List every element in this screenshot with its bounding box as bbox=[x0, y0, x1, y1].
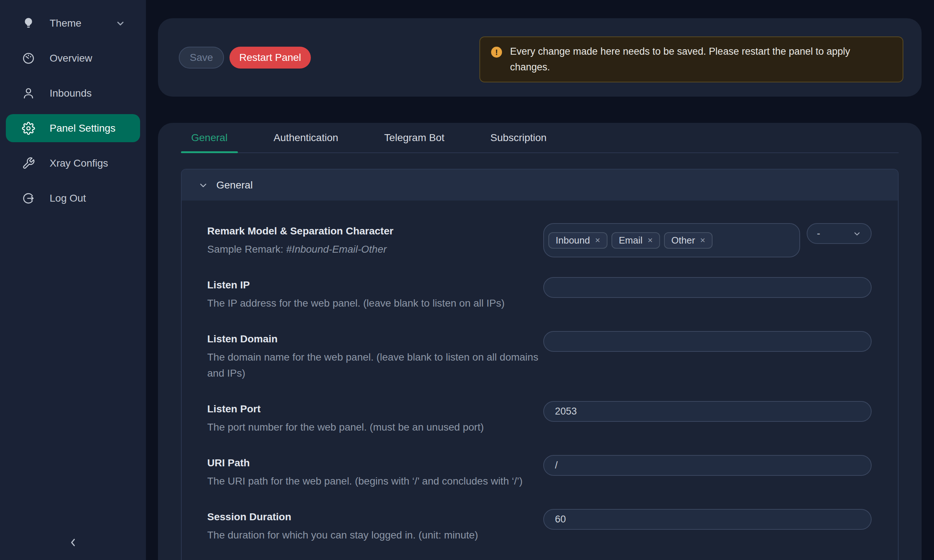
sidebar: Theme Overview bbox=[0, 0, 146, 560]
settings-tabs: General Authentication Telegram Bot Subs… bbox=[181, 123, 899, 153]
tag-remove-icon[interactable]: × bbox=[595, 236, 600, 245]
field-description: The duration for which you can stay logg… bbox=[207, 527, 478, 543]
tab-authentication[interactable]: Authentication bbox=[264, 123, 348, 152]
form-row-listen-domain: Listen Domain The domain name for the we… bbox=[207, 331, 872, 382]
field-label: Session Duration bbox=[207, 510, 478, 524]
tab-general[interactable]: General bbox=[181, 123, 238, 152]
wrench-icon bbox=[22, 157, 35, 170]
toolbar-card: Save Restart Panel ! Every change made h… bbox=[158, 18, 922, 97]
field-label: Listen IP bbox=[207, 278, 505, 292]
warning-icon: ! bbox=[491, 47, 502, 58]
general-collapse-header[interactable]: General bbox=[182, 169, 898, 200]
listen-ip-input[interactable] bbox=[543, 277, 872, 298]
tag-remove-icon[interactable]: × bbox=[647, 236, 653, 245]
remark-model-tags-input[interactable]: Inbound × Email × Other × bbox=[543, 223, 800, 257]
sample-remark-value: #Inbound-Email-Other bbox=[286, 243, 386, 255]
session-duration-input[interactable] bbox=[543, 509, 872, 530]
field-description: Sample Remark: #Inbound-Email-Other bbox=[207, 242, 393, 257]
listen-domain-input[interactable] bbox=[543, 331, 872, 352]
tab-subscription[interactable]: Subscription bbox=[480, 123, 557, 152]
uri-path-input[interactable] bbox=[543, 455, 872, 476]
sidebar-item-label: Inbounds bbox=[49, 88, 92, 99]
sidebar-item-log-out[interactable]: Log Out bbox=[6, 184, 140, 212]
sidebar-item-label: Overview bbox=[49, 52, 92, 64]
listen-port-input[interactable] bbox=[543, 401, 872, 422]
sidebar-item-label: Xray Configs bbox=[49, 157, 108, 169]
general-collapse-panel: General Remark Model & Separation Charac… bbox=[181, 169, 899, 560]
chevron-down-icon bbox=[115, 18, 125, 28]
sidebar-menu: Theme Overview bbox=[0, 0, 146, 212]
lightbulb-icon bbox=[22, 17, 35, 30]
sidebar-item-inbounds[interactable]: Inbounds bbox=[6, 79, 140, 107]
field-description: The domain name for the web panel. (leav… bbox=[207, 349, 543, 382]
field-label: URI Path bbox=[207, 456, 522, 470]
save-button[interactable]: Save bbox=[179, 47, 224, 69]
sidebar-item-panel-settings[interactable]: Panel Settings bbox=[6, 114, 140, 142]
form-row-listen-ip: Listen IP The IP address for the web pan… bbox=[207, 277, 872, 311]
user-icon bbox=[22, 87, 35, 100]
field-description: The port number for the web panel. (must… bbox=[207, 419, 484, 435]
tag-other: Other × bbox=[664, 232, 712, 249]
gear-icon bbox=[22, 122, 35, 135]
tag-email: Email × bbox=[612, 232, 660, 249]
field-description: The URI path for the web panel. (begins … bbox=[207, 473, 522, 489]
separator-select-value: - bbox=[817, 228, 820, 239]
general-form: Remark Model & Separation Character Samp… bbox=[182, 200, 898, 560]
tag-inbound: Inbound × bbox=[549, 232, 607, 249]
field-label: Remark Model & Separation Character bbox=[207, 224, 393, 238]
restart-panel-button[interactable]: Restart Panel bbox=[230, 47, 311, 69]
chevron-down-icon bbox=[198, 180, 208, 190]
form-row-session-duration: Session Duration The duration for which … bbox=[207, 509, 872, 543]
sidebar-item-xray-configs[interactable]: Xray Configs bbox=[6, 149, 140, 177]
dashboard-icon bbox=[22, 52, 35, 65]
warning-alert: ! Every change made here needs to be sav… bbox=[479, 37, 903, 82]
sidebar-item-label: Log Out bbox=[49, 192, 86, 204]
separator-select[interactable]: - bbox=[807, 223, 872, 244]
section-title: General bbox=[216, 179, 253, 191]
tab-telegram-bot[interactable]: Telegram Bot bbox=[374, 123, 455, 152]
tag-remove-icon[interactable]: × bbox=[700, 236, 705, 245]
field-label: Listen Domain bbox=[207, 332, 543, 346]
form-row-remark-model: Remark Model & Separation Character Samp… bbox=[207, 223, 872, 257]
field-label: Listen Port bbox=[207, 402, 484, 416]
sidebar-collapse-button[interactable] bbox=[61, 534, 85, 551]
sidebar-item-overview[interactable]: Overview bbox=[6, 44, 140, 72]
sidebar-item-label: Theme bbox=[49, 17, 82, 29]
sidebar-item-theme[interactable]: Theme bbox=[6, 9, 140, 37]
settings-card: General Authentication Telegram Bot Subs… bbox=[158, 123, 922, 560]
form-row-listen-port: Listen Port The port number for the web … bbox=[207, 401, 872, 435]
main-content: Save Restart Panel ! Every change made h… bbox=[146, 0, 934, 560]
chevron-left-icon bbox=[67, 536, 79, 549]
logout-icon bbox=[22, 192, 35, 205]
sidebar-item-label: Panel Settings bbox=[49, 123, 116, 134]
warning-alert-message: Every change made here needs to be saved… bbox=[510, 44, 892, 75]
field-description: The IP address for the web panel. (leave… bbox=[207, 295, 505, 311]
form-row-uri-path: URI Path The URI path for the web panel.… bbox=[207, 455, 872, 489]
chevron-down-icon bbox=[852, 229, 862, 238]
